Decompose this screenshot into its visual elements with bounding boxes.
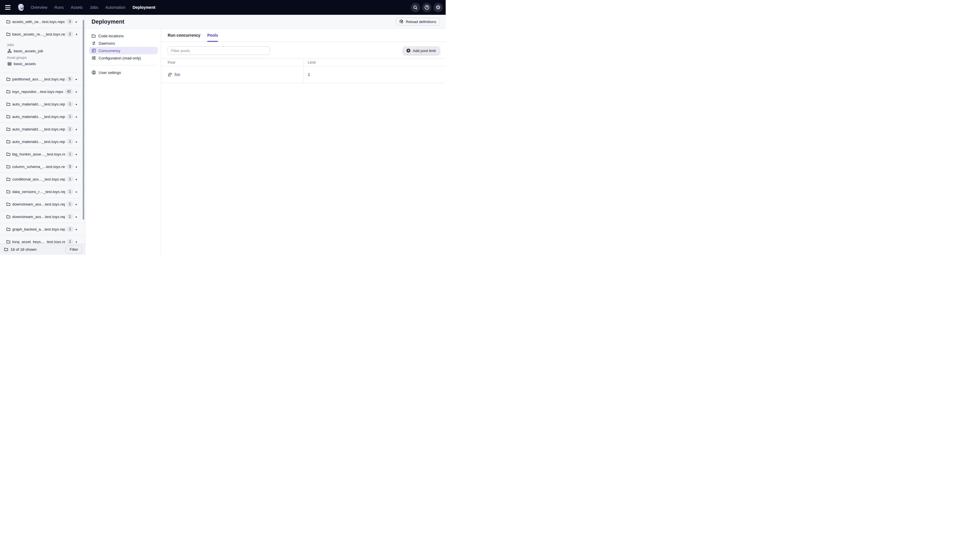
topnav-item-deployment[interactable]: Deployment [131,3,156,12]
asset-count-badge: 1 [67,101,73,107]
chevron-right-icon[interactable]: ▸ [75,153,78,156]
code-location-row[interactable]: auto_materializ…_test.toys.repo1▸ [0,136,85,147]
folder-icon [6,77,10,81]
topnav-item-runs[interactable]: Runs [53,3,65,12]
nav-item-label: Code locations [98,34,124,38]
sliders-icon [92,56,96,60]
code-location-row[interactable]: toys_repositor…test.toys.repo42▸ [0,86,85,97]
item-label: basic_assets [13,62,36,66]
pool-link[interactable]: foo [175,72,180,77]
deployment-nav-items: Code locationsDaemonsConcurrencyConfigur… [89,32,158,62]
code-location-group: auto_materializ…_test.toys.repo1▸ [0,111,85,123]
asset-count-badge: 1 [67,139,73,144]
folder-icon [4,247,8,252]
code-location-name: downstream_ass…test.toys.rep [12,202,65,207]
chevron-right-icon[interactable]: ▸ [75,240,78,243]
folder-icon [6,240,10,244]
filter-pools-input[interactable] [168,46,270,55]
folder-icon [6,165,10,169]
concurrency-panel: Run concurrencyPools Add pool limit [161,29,446,255]
search-icon[interactable] [411,3,420,12]
topnav-links: OverviewRunsAssetsJobsAutomationDeployme… [30,3,156,12]
asset-group-item[interactable]: basic_assets [7,62,85,66]
code-location-row[interactable]: downstream_ass…test.toys.rep1▸ [0,198,85,210]
job-item[interactable]: basic_assets_job [7,49,85,53]
code-location-row[interactable]: graph_backed_a…test.toys.repo1▸ [0,223,85,235]
chevron-right-icon[interactable]: ▸ [75,215,78,218]
dagster-app: OverviewRunsAssetsJobsAutomationDeployme… [0,0,446,255]
nav-item-daemons[interactable]: Daemons [89,40,158,47]
pool-cell: foo [161,66,304,83]
tab-run-concurrency[interactable]: Run concurrency [168,29,200,42]
topnav-item-overview[interactable]: Overview [30,3,48,12]
pools-table-body: foo1 [161,66,446,83]
code-location-row[interactable]: big_honkin_asse…_test.toys.rep1▸ [0,148,85,160]
reload-definitions-button[interactable]: Reload definitions [396,18,440,26]
asset-count-badge: 2 [67,31,73,37]
code-location-row[interactable]: conditional_ass…_test.toys.repo1▸ [0,173,85,185]
code-location-expanded-content: Jobsbasic_assets_jobAsset groupsbasic_as… [0,40,85,72]
add-pool-limit-button[interactable]: Add pool limit [403,47,440,55]
code-location-name: graph_backed_a…test.toys.repo [12,227,65,232]
folder-icon [6,115,10,119]
asset-count-badge: 3 [67,19,73,25]
chevron-down-icon[interactable]: ▾ [75,33,78,36]
code-location-row[interactable]: basic_assets_re…_test.toys.rep2▾ [0,28,85,40]
chevron-right-icon[interactable]: ▸ [75,103,78,106]
topnav-item-jobs[interactable]: Jobs [89,3,100,12]
chevron-right-icon[interactable]: ▸ [75,203,78,206]
code-location-name: assets_with_se…test.toys.repo [12,20,65,24]
asset-count-badge: 1 [67,176,73,182]
nav-item-code-locations[interactable]: Code locations [89,32,158,40]
gear-icon[interactable]: ⚙ [433,3,443,12]
pool-icon [168,72,172,77]
help-icon[interactable] [422,3,431,12]
code-location-group: graph_backed_a…test.toys.repo1▸ [0,223,85,235]
sidebar-scrollbar[interactable] [83,20,84,220]
hamburger-menu-icon[interactable] [3,2,14,13]
topnav-item-automation[interactable]: Automation [104,3,127,12]
code-location-group: big_honkin_asse…_test.toys.rep1▸ [0,148,85,160]
asset-count-badge: 1 [67,189,73,195]
code-location-group: auto_materializ…_test.toys.repo1▸ [0,123,85,135]
chevron-right-icon[interactable]: ▸ [75,140,78,143]
chevron-right-icon[interactable]: ▸ [75,20,78,23]
filter-button[interactable]: Filter [66,245,82,253]
section-label: Asset groups [7,56,85,60]
job-icon [7,49,12,53]
nav-item-label: Daemons [99,41,115,45]
code-location-row[interactable]: column_schema_…test.toys.rep3▸ [0,161,85,172]
code-location-name: partitioned_ass…_test.toys.rep [12,77,65,81]
code-location-row[interactable]: auto_materializ…_test.toys.repo1▸ [0,98,85,110]
chevron-right-icon[interactable]: ▸ [75,90,78,93]
code-location-row[interactable]: auto_materializ…_test.toys.repo1▸ [0,123,85,135]
tab-pools[interactable]: Pools [207,29,218,42]
code-location-name: data_versions_r…_test.toys.rep [12,190,65,194]
dagster-logo-icon[interactable] [17,3,26,12]
code-location-row[interactable]: downstream_ass…test.toys.rep1▸ [0,211,85,222]
code-location-row[interactable]: data_versions_r…_test.toys.rep1▸ [0,186,85,197]
folder-icon [6,20,10,24]
column-header-limit: Limit [304,59,446,66]
code-location-row[interactable]: partitioned_ass…_test.toys.rep5▸ [0,73,85,85]
nav-item-concurrency[interactable]: Concurrency [89,47,158,54]
nav-item-user-settings[interactable]: User settings [89,69,158,76]
chevron-right-icon[interactable]: ▸ [75,115,78,118]
chevron-right-icon[interactable]: ▸ [75,128,78,131]
chevron-right-icon[interactable]: ▸ [75,178,78,181]
pools-table-header: Pool Limit [161,58,446,66]
asset-count-badge: 3 [67,164,73,169]
asset-count-badge: 5 [67,76,73,82]
nav-item-configuration-read-only[interactable]: Configuration (read-only) [89,54,158,62]
chevron-right-icon[interactable]: ▸ [75,165,78,168]
chevron-right-icon[interactable]: ▸ [75,78,78,81]
page-header: Deployment Reload definitions [85,15,446,29]
folder-icon [6,152,10,156]
asset-count-badge: 42 [65,89,73,94]
chevron-right-icon[interactable]: ▸ [75,190,78,193]
code-location-row[interactable]: auto_materializ…_test.toys.repo1▸ [0,111,85,122]
code-location-row[interactable]: assets_with_se…test.toys.repo3▸ [0,16,85,27]
topnav-item-assets[interactable]: Assets [70,3,84,12]
chevron-right-icon[interactable]: ▸ [75,228,78,231]
pools-table: Pool Limit foo1 [161,58,446,83]
